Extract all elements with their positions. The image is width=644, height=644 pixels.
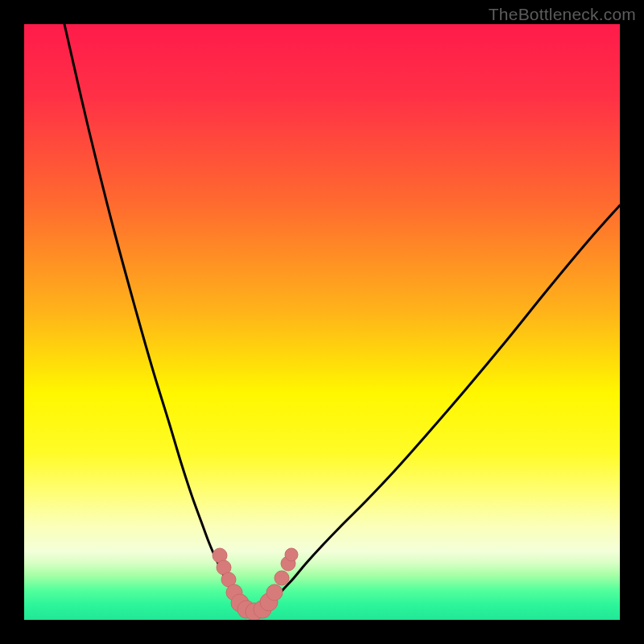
watermark-text: TheBottleneck.com bbox=[489, 5, 636, 24]
marker-layer bbox=[24, 24, 620, 620]
highlight-markers bbox=[213, 548, 298, 620]
marker-dot bbox=[275, 571, 289, 585]
chart-frame: TheBottleneck.com bbox=[0, 0, 644, 644]
plot-area bbox=[24, 24, 620, 620]
marker-dot bbox=[266, 584, 283, 601]
marker-dot bbox=[285, 548, 298, 561]
